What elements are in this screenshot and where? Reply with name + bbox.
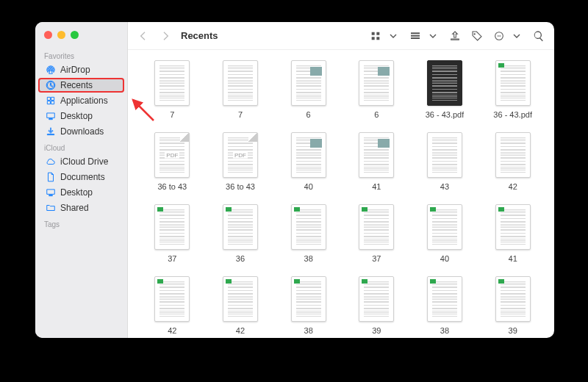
- file-name: 38: [304, 326, 313, 335]
- file-thumbnail: [427, 204, 462, 250]
- file-item[interactable]: 41: [343, 132, 411, 201]
- file-item[interactable]: 40: [411, 204, 479, 273]
- file-item[interactable]: 36 - 43.pdf: [478, 60, 547, 129]
- file-grid: 776636 - 43.pdf36 - 43.pdfPDF36 to 43PDF…: [128, 50, 554, 338]
- file-name: 41: [509, 254, 517, 263]
- main-pane: Recents 776636 - 4: [128, 22, 554, 338]
- file-name: 36 - 43.pdf: [426, 110, 465, 119]
- file-thumbnail: [359, 204, 394, 250]
- toolbar: Recents: [128, 22, 554, 50]
- sidebar-item-recents[interactable]: Recents: [38, 78, 124, 93]
- sidebar-item-label: Shared: [60, 203, 89, 213]
- clock-icon: [46, 80, 56, 90]
- pdf-badge: PDF: [165, 152, 179, 159]
- file-item[interactable]: 38: [274, 276, 343, 338]
- sidebar-section-title: Tags: [35, 216, 127, 230]
- file-name: 41: [372, 182, 381, 191]
- minimize-icon[interactable]: [57, 31, 65, 39]
- desktop-icon: [46, 187, 56, 198]
- back-button[interactable]: [135, 28, 151, 44]
- desktop-icon: [46, 111, 56, 121]
- window-controls: [35, 28, 127, 48]
- file-item[interactable]: 6: [343, 60, 411, 129]
- file-item[interactable]: 37: [343, 204, 411, 273]
- file-name: 42: [236, 326, 245, 335]
- file-name: 38: [440, 326, 449, 335]
- file-item[interactable]: PDF36 to 43: [138, 132, 207, 201]
- file-thumbnail: [291, 60, 326, 106]
- window-title: Recents: [181, 30, 218, 41]
- download-icon: [46, 126, 56, 137]
- file-item[interactable]: 38: [411, 276, 479, 338]
- file-thumbnail: [495, 276, 531, 322]
- file-thumbnail: [223, 60, 258, 106]
- file-item[interactable]: 39: [343, 276, 411, 338]
- file-item[interactable]: 7: [138, 60, 207, 129]
- file-name: 42: [509, 182, 517, 191]
- file-item[interactable]: 38: [274, 204, 343, 273]
- forward-button[interactable]: [157, 28, 173, 44]
- sidebar-item-label: Applications: [60, 96, 108, 106]
- sidebar-item-documents[interactable]: Documents: [38, 170, 124, 184]
- sidebar-item-shared[interactable]: Shared: [38, 201, 124, 215]
- file-thumbnail: [495, 132, 531, 178]
- file-name: 38: [304, 254, 313, 263]
- file-item[interactable]: 43: [411, 132, 479, 201]
- file-item[interactable]: 42: [138, 276, 207, 338]
- file-name: 36 - 43.pdf: [493, 110, 532, 119]
- file-thumbnail: PDF: [154, 132, 190, 178]
- sidebar-item-label: Downloads: [60, 126, 104, 137]
- file-item[interactable]: 36 - 43.pdf: [411, 60, 479, 129]
- file-name: 6: [306, 110, 311, 119]
- search-button[interactable]: [531, 28, 547, 44]
- file-item[interactable]: 39: [478, 276, 547, 338]
- sidebar-item-desktop[interactable]: Desktop: [38, 109, 124, 123]
- file-name: 36 to 43: [157, 182, 187, 191]
- close-icon[interactable]: [44, 31, 52, 39]
- view-switcher[interactable]: [368, 28, 401, 44]
- sidebar-item-downloads[interactable]: Downloads: [38, 124, 124, 139]
- file-item[interactable]: 6: [274, 60, 343, 129]
- file-thumbnail: [154, 60, 190, 106]
- airdrop-icon: [46, 65, 56, 75]
- file-name: 40: [304, 182, 313, 191]
- sidebar-item-icloud-drive[interactable]: iCloud Drive: [38, 154, 124, 169]
- folder-icon: [46, 203, 56, 213]
- more-button[interactable]: [491, 28, 525, 44]
- share-button[interactable]: [447, 28, 463, 44]
- file-name: 6: [374, 110, 379, 119]
- group-by-button[interactable]: [407, 28, 441, 44]
- sidebar-section-title: Favorites: [35, 48, 127, 62]
- sidebar-item-label: Documents: [60, 172, 105, 182]
- file-item[interactable]: PDF36 to 43: [207, 132, 275, 201]
- file-thumbnail: [359, 132, 394, 178]
- tags-button[interactable]: [469, 28, 485, 44]
- sidebar-item-label: Desktop: [60, 187, 93, 198]
- zoom-icon[interactable]: [71, 31, 79, 39]
- file-thumbnail: [359, 276, 394, 322]
- sidebar-item-label: Desktop: [60, 111, 93, 121]
- file-name: 39: [509, 326, 517, 335]
- file-name: 43: [440, 182, 449, 191]
- apps-icon: [46, 96, 56, 106]
- file-thumbnail: [495, 204, 531, 250]
- sidebar-item-label: AirDrop: [60, 65, 90, 75]
- sidebar-item-airdrop[interactable]: AirDrop: [38, 62, 124, 77]
- sidebar-item-applications[interactable]: Applications: [38, 93, 124, 108]
- file-name: 39: [372, 326, 381, 335]
- file-item[interactable]: 40: [274, 132, 343, 201]
- file-item[interactable]: 36: [207, 204, 275, 273]
- file-thumbnail: [154, 204, 190, 250]
- sidebar-section-title: iCloud: [35, 140, 127, 154]
- doc-icon: [46, 172, 56, 182]
- file-thumbnail: [223, 276, 258, 322]
- file-item[interactable]: 42: [207, 276, 275, 338]
- file-thumbnail: [223, 204, 258, 250]
- file-item[interactable]: 41: [478, 204, 547, 273]
- file-item[interactable]: 7: [207, 60, 275, 129]
- file-item[interactable]: 42: [478, 132, 547, 201]
- file-item[interactable]: 37: [138, 204, 207, 273]
- file-thumbnail: PDF: [223, 132, 258, 178]
- sidebar-item-desktop[interactable]: Desktop: [38, 185, 124, 200]
- file-name: 36: [236, 254, 245, 263]
